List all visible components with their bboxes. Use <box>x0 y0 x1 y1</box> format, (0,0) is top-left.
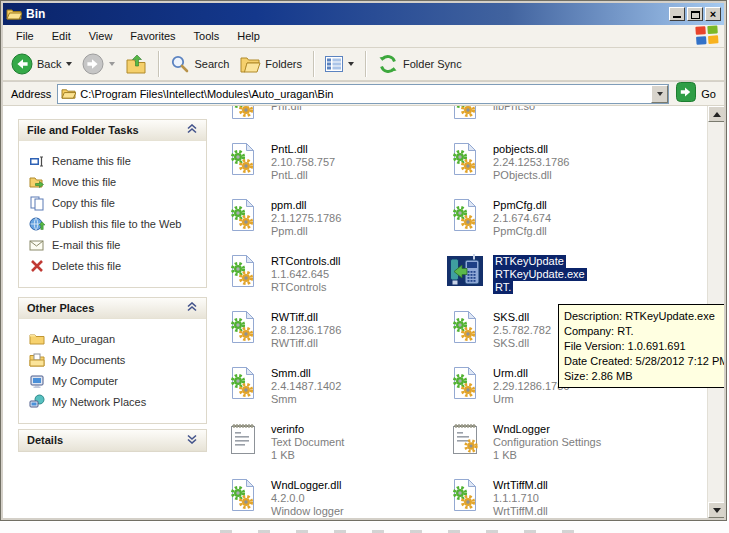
go-button[interactable]: Go <box>676 82 720 105</box>
file-item[interactable]: WndLoggerConfiguration Settings1 KB <box>446 422 664 462</box>
place-link-label: My Computer <box>52 375 118 387</box>
views-dropdown-icon[interactable] <box>348 62 354 66</box>
file-version: 2.10.758.757 <box>271 156 335 169</box>
file-item[interactable]: Pnr.dll <box>224 106 442 120</box>
rename-icon <box>29 153 45 169</box>
search-button[interactable]: Search <box>166 52 233 76</box>
file-description: WrtTiffM.dll <box>493 505 548 518</box>
dll-icon <box>224 142 262 176</box>
windows-logo-icon <box>695 25 720 47</box>
file-version: Text Document <box>271 436 344 449</box>
scroll-up-button[interactable] <box>708 106 724 122</box>
dll-icon <box>446 142 484 176</box>
other-places-title: Other Places <box>27 302 94 314</box>
folder-sync-button[interactable]: Folder Sync <box>373 51 466 77</box>
views-button[interactable] <box>321 54 358 74</box>
tooltip-description: Description: RTKeyUpdate.exe <box>564 309 720 324</box>
scroll-down-button[interactable] <box>708 502 724 518</box>
place-link[interactable]: My Documents <box>29 349 202 370</box>
file-item[interactable]: Smm.dll2.4.1487.1402Smm <box>224 366 442 406</box>
dll-icon <box>224 254 262 288</box>
minimize-button[interactable] <box>669 7 685 21</box>
task-link[interactable]: Copy this file <box>29 192 202 213</box>
file-item[interactable]: verinfoText Document1 KB <box>224 422 442 462</box>
folder-sync-icon <box>377 53 399 75</box>
up-button[interactable] <box>121 51 151 77</box>
file-item[interactable]: RTKeyUpdateRTKeyUpdate.exeRT. <box>446 254 664 294</box>
address-input[interactable]: C:\Program Files\Intellect\Modules\Auto_… <box>57 84 669 104</box>
folders-button[interactable]: Folders <box>235 52 306 76</box>
search-label: Search <box>194 58 229 70</box>
address-dropdown-button[interactable] <box>651 85 668 103</box>
file-version: 2.5.782.782 <box>493 324 551 337</box>
file-version: 2.24.1253.1786 <box>493 156 569 169</box>
back-button[interactable]: Back <box>7 51 76 77</box>
file-name: WndLogger.dll <box>271 479 341 492</box>
file-item[interactable]: RWTiff.dll2.8.1236.1786RWTiff.dll <box>224 310 442 350</box>
menu-item-tools[interactable]: Tools <box>185 27 229 45</box>
menu-item-view[interactable]: View <box>80 27 122 45</box>
go-label: Go <box>701 88 716 100</box>
task-link-label: Rename this file <box>52 155 131 167</box>
tooltip-date-created: Date Created: 5/28/2012 7:12 PM <box>564 354 720 369</box>
menu-item-edit[interactable]: Edit <box>43 27 80 45</box>
menu-item-file[interactable]: File <box>7 27 43 45</box>
place-link-label: Auto_uragan <box>52 333 115 345</box>
close-button[interactable]: × <box>705 7 721 21</box>
forward-icon <box>82 53 104 75</box>
publish-icon <box>29 216 45 232</box>
my-computer-icon <box>29 373 45 389</box>
config-icon <box>446 422 484 456</box>
menu-item-help[interactable]: Help <box>228 27 269 45</box>
file-item[interactable]: libPnt.so <box>446 106 664 120</box>
file-version: RTKeyUpdate.exe <box>493 268 587 281</box>
toolbar-separator <box>365 51 366 77</box>
task-link[interactable]: Publish this file to the Web <box>29 213 202 234</box>
details-panel: Details <box>18 429 207 452</box>
file-version: 2.8.1236.1786 <box>271 324 341 337</box>
maximize-button[interactable] <box>687 7 703 21</box>
menu-item-favorites[interactable]: Favorites <box>121 27 184 45</box>
other-places-header[interactable]: Other Places <box>19 298 206 319</box>
back-dropdown-icon[interactable] <box>66 62 72 66</box>
file-item[interactable]: PntL.dll2.10.758.757PntL.dll <box>224 142 442 182</box>
file-item[interactable]: RTControls.dll1.1.642.645RTControls <box>224 254 442 294</box>
task-link[interactable]: E-mail this file <box>29 234 202 255</box>
tasks-panel-header[interactable]: File and Folder Tasks <box>19 120 206 141</box>
file-description: RTControls <box>271 281 326 294</box>
place-link[interactable]: My Computer <box>29 370 202 391</box>
title-bar[interactable]: Bin × <box>3 3 724 25</box>
window-title: Bin <box>26 7 669 21</box>
dll-icon <box>446 366 484 400</box>
task-link[interactable]: Delete this file <box>29 255 202 276</box>
menu-bar: FileEditViewFavoritesToolsHelp <box>3 25 724 48</box>
forward-dropdown-icon[interactable] <box>109 62 115 66</box>
task-link-label: Copy this file <box>52 197 115 209</box>
triangle-down-icon <box>713 508 721 513</box>
dll-icon <box>224 106 262 120</box>
file-description: Ppm.dll <box>271 225 308 238</box>
file-description: libPnt.so <box>493 106 535 113</box>
file-description: Window logger <box>271 505 344 518</box>
place-link[interactable]: Auto_uragan <box>29 328 202 349</box>
screen: Bin × FileEditViewFavoritesToolsHelp Bac… <box>0 0 729 533</box>
email-icon <box>29 237 45 253</box>
file-name: RTKeyUpdate <box>493 255 566 268</box>
file-item[interactable]: WrtTiffM.dll1.1.1.710WrtTiffM.dll <box>446 478 664 518</box>
dll-icon <box>446 106 484 120</box>
folder-icon <box>61 87 76 100</box>
task-link[interactable]: Move this file <box>29 171 202 192</box>
file-description: RWTiff.dll <box>271 337 318 350</box>
file-description: PObjects.dll <box>493 169 552 182</box>
task-link[interactable]: Rename this file <box>29 150 202 171</box>
forward-button[interactable] <box>78 51 119 77</box>
details-header[interactable]: Details <box>19 430 206 451</box>
file-item[interactable]: PpmCfg.dll2.1.674.674PpmCfg.dll <box>446 198 664 238</box>
file-item[interactable]: ppm.dll2.1.1275.1786Ppm.dll <box>224 198 442 238</box>
file-item[interactable]: WndLogger.dll4.2.0.0Window logger <box>224 478 442 518</box>
toolbar-separator <box>313 51 314 77</box>
file-version: 2.4.1487.1402 <box>271 380 341 393</box>
place-link[interactable]: My Network Places <box>29 391 202 412</box>
file-name: PpmCfg.dll <box>493 199 547 212</box>
file-item[interactable]: pobjects.dll2.24.1253.1786PObjects.dll <box>446 142 664 182</box>
